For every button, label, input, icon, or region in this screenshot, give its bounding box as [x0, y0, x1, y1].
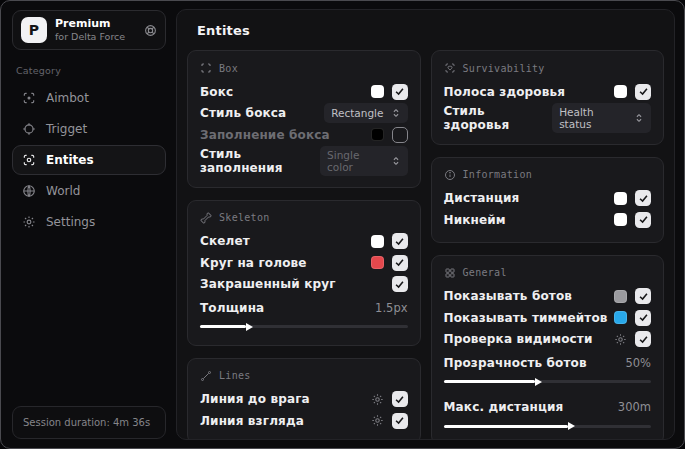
- sidebar-item-trigget[interactable]: Trigget: [12, 114, 166, 144]
- box-color-swatch[interactable]: [371, 85, 384, 98]
- show-teammates-color-swatch[interactable]: [614, 311, 627, 324]
- setting-row-box-fill: Заполнение бокса: [200, 124, 408, 146]
- bone-icon: [200, 212, 212, 224]
- health-bar-checkbox[interactable]: [635, 84, 651, 100]
- information-card-title: Information: [463, 169, 533, 180]
- thickness-slider[interactable]: [200, 321, 408, 333]
- sidebar-item-aimbot[interactable]: Aimbot: [12, 83, 166, 113]
- aimbot-scan-icon: [22, 91, 36, 105]
- skeleton-card-title: Skeleton: [219, 212, 270, 223]
- skeleton-card: Skeleton Скелет Круг на голове: [187, 200, 421, 346]
- sidebar-item-label: World: [46, 184, 80, 198]
- chevrons-up-down-icon: [391, 156, 401, 166]
- bot-opacity-value: 50%: [625, 356, 651, 370]
- setting-row-distance: Дистанция: [444, 188, 652, 210]
- world-globe-icon: [22, 184, 36, 198]
- sidebar-item-world[interactable]: World: [12, 176, 166, 206]
- box-scan-icon: [200, 62, 212, 74]
- box-fill-color-swatch[interactable]: [371, 128, 384, 141]
- brand-settings-icon[interactable]: [144, 24, 157, 37]
- sidebar-item-label: Aimbot: [46, 91, 89, 105]
- filled-circle-checkbox[interactable]: [392, 276, 408, 292]
- sidebar: P Premium for Delta Force Category: [1, 1, 171, 448]
- setting-row-head-circle: Круг на голове: [200, 252, 408, 274]
- bot-opacity-slider[interactable]: [444, 376, 652, 388]
- entities-scan-eye-icon: [22, 153, 36, 167]
- brand-logo: P: [21, 17, 47, 43]
- thickness-value: 1.5px: [375, 301, 407, 315]
- visibility-check-checkbox[interactable]: [635, 331, 651, 347]
- setting-row-health-bar: Полоса здоровья: [444, 81, 652, 103]
- setting-row-filled-circle: Закрашенный круг: [200, 274, 408, 296]
- slider-thumb[interactable]: [568, 422, 575, 430]
- distance-checkbox[interactable]: [635, 190, 651, 206]
- health-bar-color-swatch[interactable]: [614, 85, 627, 98]
- sidebar-item-label: Trigget: [46, 122, 87, 136]
- page-title: Entites: [197, 23, 665, 38]
- chevrons-up-down-icon: [634, 113, 644, 123]
- head-circle-checkbox[interactable]: [392, 255, 408, 271]
- info-icon: [444, 169, 456, 181]
- show-bots-color-swatch[interactable]: [614, 290, 627, 303]
- setting-row-visibility-check: Проверка видимости: [444, 329, 652, 351]
- line-icon: [200, 370, 212, 382]
- setting-row-enemy-line: Линия до врага: [200, 389, 408, 411]
- setting-row-show-bots: Показывать ботов: [444, 286, 652, 308]
- information-card: Information Дистанция Никнейм: [431, 157, 665, 243]
- survivability-card-title: Survivability: [463, 63, 545, 74]
- lines-card-title: Lines: [219, 370, 251, 381]
- sidebar-item-label: Entites: [46, 153, 94, 167]
- main-panel: Entites Box Бокс: [176, 9, 675, 440]
- grid-icon: [444, 267, 456, 279]
- box-fill-style-dropdown[interactable]: Single color: [320, 146, 407, 176]
- max-distance-value: 300m: [618, 400, 651, 414]
- session-duration: Session duration: 4m 36s: [12, 406, 166, 439]
- box-card: Box Бокс Стиль бокса: [187, 50, 421, 188]
- head-circle-color-swatch[interactable]: [371, 256, 384, 269]
- survivability-card: Survivability Полоса здоровья Стиль здор…: [431, 50, 665, 145]
- category-label: Category: [16, 65, 162, 76]
- show-teammates-checkbox[interactable]: [635, 310, 651, 326]
- setting-row-box-style: Стиль бокса Rectangle: [200, 103, 408, 125]
- view-line-checkbox[interactable]: [392, 413, 408, 429]
- enemy-line-gear-icon[interactable]: [371, 393, 384, 406]
- nickname-color-swatch[interactable]: [614, 213, 627, 226]
- setting-row-nickname: Никнейм: [444, 209, 652, 231]
- visibility-check-gear-icon[interactable]: [614, 333, 627, 346]
- app-window: P Premium for Delta Force Category: [0, 0, 685, 449]
- skeleton-color-swatch[interactable]: [371, 235, 384, 248]
- slider-thumb[interactable]: [246, 323, 253, 331]
- brand-title: Premium: [55, 17, 136, 31]
- distance-color-swatch[interactable]: [614, 192, 627, 205]
- sidebar-item-settings[interactable]: Settings: [12, 207, 166, 237]
- chevrons-up-down-icon: [391, 108, 401, 118]
- setting-row-box-fill-style: Стиль заполнения Single color: [200, 146, 408, 176]
- sidebar-nav: Aimbot Trigget Entites: [12, 83, 166, 237]
- setting-row-max-distance: Макс. дистанция 300m: [444, 397, 652, 433]
- brand-subtitle: for Delta Force: [55, 31, 136, 43]
- max-distance-slider[interactable]: [444, 420, 652, 432]
- slider-thumb[interactable]: [535, 378, 542, 386]
- setting-row-bot-opacity: Прозрачность ботов 50%: [444, 352, 652, 388]
- box-style-dropdown[interactable]: Rectangle: [324, 103, 407, 123]
- scan-heart-icon: [444, 62, 456, 74]
- setting-row-health-style: Стиль здоровья Health status: [444, 103, 652, 133]
- sidebar-item-label: Settings: [46, 215, 95, 229]
- view-line-gear-icon[interactable]: [371, 414, 384, 427]
- box-enabled-checkbox[interactable]: [392, 84, 408, 100]
- settings-gear-icon: [22, 215, 36, 229]
- general-card-title: General: [463, 267, 507, 278]
- setting-row-thickness: Толщина 1.5px: [200, 297, 408, 333]
- setting-row-box-enabled: Бокс: [200, 81, 408, 103]
- lines-card: Lines Линия до врага: [187, 358, 421, 441]
- setting-row-skeleton-enabled: Скелет: [200, 231, 408, 253]
- general-card: General Показывать ботов Показывать тимм…: [431, 255, 665, 441]
- enemy-line-checkbox[interactable]: [392, 391, 408, 407]
- show-bots-checkbox[interactable]: [635, 288, 651, 304]
- skeleton-enabled-checkbox[interactable]: [392, 233, 408, 249]
- sidebar-item-entites[interactable]: Entites: [12, 145, 166, 175]
- health-style-dropdown[interactable]: Health status: [552, 103, 651, 133]
- box-fill-checkbox[interactable]: [392, 127, 408, 143]
- setting-row-show-teammates: Показывать тиммейтов: [444, 307, 652, 329]
- nickname-checkbox[interactable]: [635, 212, 651, 228]
